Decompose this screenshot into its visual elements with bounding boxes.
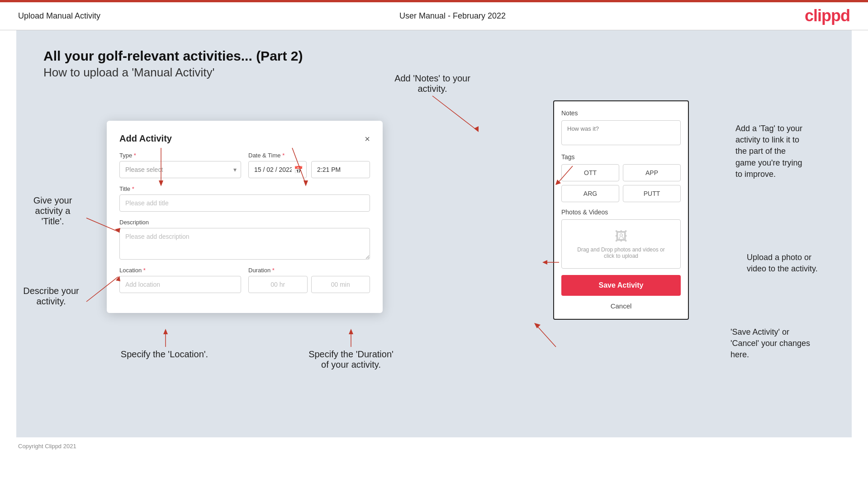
manual-title: User Manual - February 2022 xyxy=(399,11,506,21)
duration-required: * xyxy=(272,267,275,274)
date-input-wrapper: 📅 xyxy=(248,161,307,178)
svg-marker-19 xyxy=(534,323,541,328)
annotation-notes: Add 'Notes' to youractivity. xyxy=(387,73,478,94)
tags-grid: OTT APP ARG PUTT xyxy=(561,164,681,202)
upload-text: Drag and Drop photos and videos orclick … xyxy=(566,246,676,259)
duration-min-input[interactable] xyxy=(311,276,370,293)
close-button[interactable]: × xyxy=(365,134,370,143)
annotation-tag: Add a 'Tag' to youractivity to link it t… xyxy=(735,123,846,180)
tags-label: Tags xyxy=(561,153,681,161)
type-datetime-row: Type * Please select ▾ Date & Time * xyxy=(119,152,370,178)
duration-label: Duration * xyxy=(248,267,370,274)
datetime-required: * xyxy=(282,152,285,159)
notes-input[interactable] xyxy=(561,120,681,145)
right-panel: Notes Tags OTT APP ARG PUTT Photos & Vid… xyxy=(553,100,689,320)
footer: Copyright Clippd 2021 xyxy=(0,437,868,455)
main-content: All your golf-relevant activities... (Pa… xyxy=(16,30,852,437)
datetime-label: Date & Time * xyxy=(248,152,370,159)
calendar-icon: 📅 xyxy=(294,166,303,174)
location-required: * xyxy=(143,267,146,274)
dialog-header: Add Activity × xyxy=(119,133,370,144)
accent-bar xyxy=(0,0,868,2)
photos-label: Photos & Videos xyxy=(561,208,681,216)
description-input[interactable] xyxy=(119,228,370,260)
location-group: Location * xyxy=(119,267,241,293)
duration-group: Duration * xyxy=(248,267,370,293)
svg-line-18 xyxy=(536,324,556,347)
annotation-location: Specify the 'Location'. xyxy=(120,349,209,360)
date-time-inputs: 📅 xyxy=(248,161,370,178)
location-input[interactable] xyxy=(119,276,241,293)
location-duration-row: Location * Duration * xyxy=(119,267,370,293)
add-activity-dialog: Add Activity × Type * Please select ▾ xyxy=(107,121,383,313)
type-group: Type * Please select ▾ xyxy=(119,152,241,178)
title-required: * xyxy=(132,185,134,192)
copyright: Copyright Clippd 2021 xyxy=(18,443,76,450)
location-label: Location * xyxy=(119,267,241,274)
tag-arg[interactable]: ARG xyxy=(561,185,619,202)
svg-marker-9 xyxy=(163,329,168,334)
save-activity-button[interactable]: Save Activity xyxy=(561,275,681,296)
type-label: Type * xyxy=(119,152,241,159)
tag-putt[interactable]: PUTT xyxy=(623,185,681,202)
title-group: Title * xyxy=(119,185,370,212)
title-label: Title * xyxy=(119,185,370,192)
type-required: * xyxy=(134,152,136,159)
duration-hr-input[interactable] xyxy=(248,276,308,293)
notes-label: Notes xyxy=(561,109,681,117)
upload-area[interactable]: 🖼 Drag and Drop photos and videos orclic… xyxy=(561,219,681,269)
type-select[interactable]: Please select xyxy=(119,161,241,178)
annotation-duration: Specify the 'Duration'of your activity. xyxy=(297,349,405,370)
type-select-wrapper: Please select ▾ xyxy=(119,161,241,178)
tag-app[interactable]: APP xyxy=(623,164,681,181)
page-label: Upload Manual Activity xyxy=(18,11,100,21)
svg-marker-17 xyxy=(542,260,547,265)
time-input[interactable] xyxy=(311,161,370,178)
annotation-describe: Describe youractivity. xyxy=(22,286,81,307)
svg-line-12 xyxy=(432,96,478,131)
annotation-upload: Upload a photo orvideo to the activity. xyxy=(747,252,846,275)
svg-marker-11 xyxy=(349,329,353,334)
tag-ott[interactable]: OTT xyxy=(561,164,619,181)
description-label: Description xyxy=(119,219,370,226)
annotation-save: 'Save Activity' or'Cancel' your changesh… xyxy=(730,327,848,361)
svg-marker-13 xyxy=(474,126,479,132)
upload-icon: 🖼 xyxy=(566,229,676,244)
top-bar: Upload Manual Activity User Manual - Feb… xyxy=(0,0,868,30)
dialog-title: Add Activity xyxy=(119,133,172,144)
logo: clippd xyxy=(805,6,850,25)
cancel-button[interactable]: Cancel xyxy=(561,300,681,312)
main-title-bold: All your golf-relevant activities... (Pa… xyxy=(43,48,825,64)
title-input[interactable] xyxy=(119,194,370,212)
annotation-title: Give your activity a'Title'. xyxy=(20,195,85,227)
description-group: Description xyxy=(119,219,370,260)
duration-inputs xyxy=(248,276,370,293)
datetime-group: Date & Time * 📅 xyxy=(248,152,370,178)
